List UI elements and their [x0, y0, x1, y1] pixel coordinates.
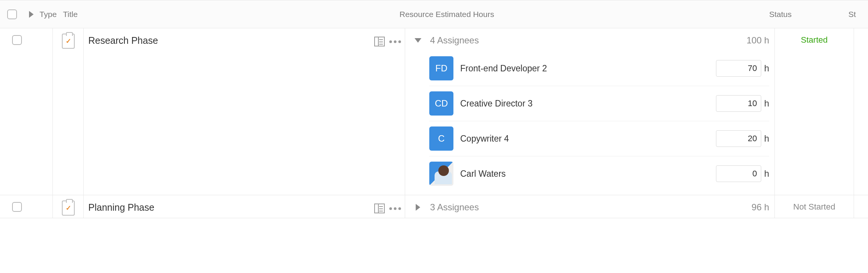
row-expand-gutter	[34, 28, 53, 195]
chevron-down-icon	[415, 38, 421, 43]
row-status[interactable]: Started	[775, 28, 854, 195]
assignee-name: Front-end Developer 2	[460, 63, 716, 74]
hours-unit: h	[764, 98, 769, 109]
row-actions	[374, 202, 401, 213]
row-checkbox[interactable]	[12, 35, 22, 45]
hours-group: h	[716, 165, 769, 182]
hours-input[interactable]	[716, 95, 761, 112]
hours-group: h	[716, 95, 769, 112]
row-expand-gutter	[34, 195, 53, 218]
header-expand-cell	[25, 11, 38, 18]
assignee-name: Creative Director 3	[460, 99, 716, 109]
chevron-right-icon	[416, 204, 420, 211]
assignee-row: Carl Watersh	[429, 156, 769, 195]
open-details-icon[interactable]	[374, 204, 385, 213]
row-title-cell[interactable]: Planning Phase	[84, 195, 405, 218]
hours-unit: h	[764, 168, 769, 179]
assignee-summary[interactable]: 4 Assignees100 h	[405, 28, 774, 51]
hours-input[interactable]	[716, 165, 761, 182]
row-checkbox-cell	[0, 28, 34, 195]
row-checkbox-cell	[0, 195, 34, 218]
row-resource-cell: 3 Assignees96 h	[405, 195, 775, 218]
table-row: Planning Phase3 Assignees96 hNot Started	[0, 195, 868, 218]
row-title[interactable]: Research Phase	[88, 35, 374, 46]
select-all-checkbox[interactable]	[7, 9, 17, 19]
avatar-photo[interactable]	[429, 162, 453, 186]
row-title[interactable]: Planning Phase	[88, 202, 374, 213]
header-checkbox-cell	[0, 9, 25, 19]
assignee-row: CCopywriter 4h	[429, 121, 769, 156]
row-checkbox[interactable]	[12, 202, 22, 212]
open-details-icon[interactable]	[374, 37, 385, 46]
avatar-initials[interactable]: FD	[429, 56, 453, 80]
task-table: Type Title Resource Estimated Hours Stat…	[0, 0, 868, 218]
assignee-row: CDCreative Director 3h	[429, 86, 769, 121]
avatar-initials[interactable]: C	[429, 126, 453, 151]
hours-input[interactable]	[716, 60, 761, 77]
table-header: Type Title Resource Estimated Hours Stat…	[0, 0, 868, 28]
header-type[interactable]: Type	[38, 10, 61, 19]
collapse-assignees-icon[interactable]	[413, 38, 422, 43]
row-status[interactable]: Not Started	[775, 195, 854, 218]
header-title[interactable]: Title	[61, 10, 396, 19]
assignee-name: Copywriter 4	[460, 134, 716, 144]
more-actions-icon[interactable]	[389, 207, 401, 210]
more-actions-icon[interactable]	[389, 40, 401, 43]
expand-all-icon[interactable]	[29, 11, 34, 18]
header-resource[interactable]: Resource Estimated Hours	[396, 10, 766, 19]
hours-group: h	[716, 60, 769, 77]
row-actions	[374, 35, 401, 46]
total-hours: 100 h	[747, 35, 769, 46]
hours-unit: h	[764, 63, 769, 74]
hours-group: h	[716, 130, 769, 147]
avatar-initials[interactable]: CD	[429, 91, 453, 116]
assignee-summary[interactable]: 3 Assignees96 h	[405, 195, 774, 218]
row-resource-cell: 4 Assignees100 hFDFront-end Developer 2h…	[405, 28, 775, 195]
expand-assignees-icon[interactable]	[413, 204, 422, 211]
table-row: Research Phase4 Assignees100 hFDFront-en…	[0, 28, 868, 195]
total-hours: 96 h	[751, 202, 769, 213]
header-status-2[interactable]: St	[845, 10, 868, 19]
hours-input[interactable]	[716, 130, 761, 147]
assignee-row: FDFront-end Developer 2h	[429, 51, 769, 86]
assignee-list: FDFront-end Developer 2hCDCreative Direc…	[405, 51, 774, 195]
header-status[interactable]: Status	[766, 10, 845, 19]
assignee-count: 3 Assignees	[430, 202, 751, 213]
row-type-cell	[53, 28, 84, 195]
assignee-count: 4 Assignees	[430, 35, 747, 46]
task-type-icon	[62, 201, 75, 216]
assignee-name: Carl Waters	[460, 169, 716, 179]
hours-unit: h	[764, 133, 769, 144]
row-type-cell	[53, 195, 84, 218]
task-type-icon	[62, 34, 75, 49]
row-title-cell[interactable]: Research Phase	[84, 28, 405, 195]
